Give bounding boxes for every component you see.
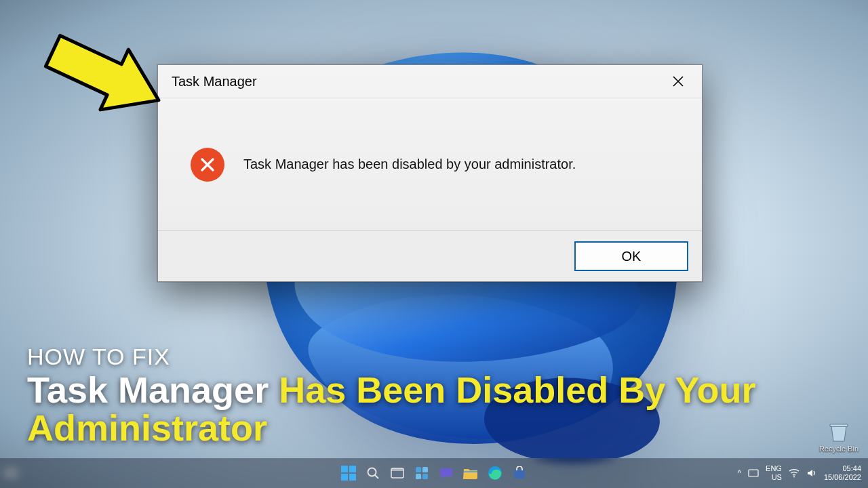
svg-rect-4 — [349, 466, 356, 472]
svg-rect-6 — [349, 474, 356, 481]
task-view-icon[interactable] — [388, 464, 407, 483]
close-icon — [672, 75, 684, 87]
svg-rect-3 — [341, 466, 348, 472]
svg-rect-5 — [341, 474, 348, 481]
thumbnail-caption: HOW TO FIX Task Manager Has Been Disable… — [27, 345, 868, 447]
caption-line1: HOW TO FIX — [27, 345, 868, 369]
close-button[interactable] — [663, 69, 694, 94]
volume-icon[interactable] — [806, 468, 817, 478]
svg-rect-9 — [391, 468, 403, 471]
error-icon — [191, 148, 224, 182]
svg-rect-10 — [416, 467, 421, 472]
language-indicator[interactable]: ENG US — [766, 464, 782, 481]
dialog-footer: OK — [158, 230, 702, 281]
svg-rect-17 — [749, 470, 758, 476]
dialog-titlebar[interactable]: Task Manager — [158, 65, 702, 98]
svg-rect-11 — [422, 467, 428, 472]
system-tray: ^ ENG US 05:44 15/06/2022 — [737, 464, 861, 481]
task-manager-error-dialog: Task Manager Task Manager has been disab… — [157, 64, 703, 282]
svg-rect-16 — [514, 470, 525, 479]
taskbar: ^ ENG US 05:44 15/06/2022 — [0, 458, 868, 488]
start-button[interactable] — [339, 464, 358, 483]
taskbar-center — [339, 464, 529, 483]
dialog-body: Task Manager has been disabled by your a… — [158, 98, 702, 230]
tray-overflow-chevron-icon[interactable]: ^ — [737, 468, 741, 478]
ok-button[interactable]: OK — [574, 241, 688, 271]
wifi-icon[interactable] — [789, 468, 800, 478]
svg-point-7 — [368, 468, 376, 476]
clock[interactable]: 05:44 15/06/2022 — [824, 464, 861, 481]
search-icon[interactable] — [363, 464, 382, 483]
svg-rect-12 — [416, 474, 421, 479]
dialog-message: Task Manager has been disabled by your a… — [243, 157, 576, 172]
dialog-title: Task Manager — [172, 74, 663, 89]
language-indicator-icon[interactable] — [748, 468, 759, 479]
widgets-icon[interactable] — [412, 464, 431, 483]
svg-rect-14 — [464, 471, 477, 472]
store-icon[interactable] — [510, 464, 529, 483]
edge-icon[interactable] — [486, 464, 505, 483]
caption-line2: Task Manager Has Been Disabled By Your A… — [27, 371, 868, 447]
svg-rect-13 — [422, 474, 428, 479]
chat-icon[interactable] — [437, 464, 456, 483]
svg-point-18 — [793, 476, 795, 477]
explorer-icon[interactable] — [461, 464, 480, 483]
